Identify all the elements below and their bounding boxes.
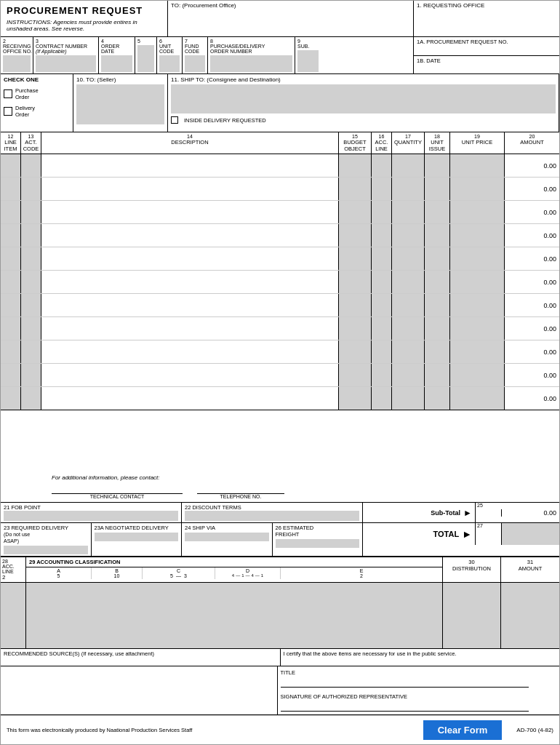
lr6-col17[interactable]: [392, 271, 425, 293]
lr2-desc[interactable]: [41, 178, 339, 200]
lr2-col18[interactable]: [425, 178, 450, 200]
lr3-col18[interactable]: [425, 201, 450, 223]
lr11-desc[interactable]: [41, 387, 339, 410]
lr2-col12[interactable]: [1, 178, 21, 200]
negotiated-delivery-input[interactable]: [95, 533, 179, 541]
lr4-col12[interactable]: [1, 224, 21, 247]
telephone-input[interactable]: [197, 484, 284, 494]
lr2-col16[interactable]: [372, 178, 392, 200]
lr7-col17[interactable]: [392, 294, 425, 316]
total-value[interactable]: [501, 523, 559, 545]
acc-data-class[interactable]: [26, 583, 443, 648]
field-4-input[interactable]: [101, 55, 132, 72]
ship-via-input[interactable]: [185, 533, 269, 541]
discount-input[interactable]: [185, 511, 359, 521]
lr3-col13[interactable]: [21, 201, 41, 223]
title-input[interactable]: [281, 676, 529, 688]
lr7-col18[interactable]: [425, 294, 450, 316]
lr3-col17[interactable]: [392, 201, 425, 223]
delivery-order-checkbox[interactable]: [4, 107, 12, 116]
lr8-col16[interactable]: [372, 317, 392, 340]
lr6-col13[interactable]: [21, 271, 41, 293]
lr3-col16[interactable]: [372, 201, 392, 223]
purchase-order-checkbox[interactable]: [4, 89, 12, 98]
lr3-desc[interactable]: [41, 201, 339, 223]
lr1-col17[interactable]: [392, 154, 425, 177]
lr3-col12[interactable]: [1, 201, 21, 223]
lr11-col18[interactable]: [425, 387, 450, 410]
lr4-col15[interactable]: [339, 224, 372, 247]
lr3-col19[interactable]: [450, 201, 505, 223]
lr3-col15[interactable]: [339, 201, 372, 223]
lr5-col18[interactable]: [425, 247, 450, 270]
lr11-col19[interactable]: [450, 387, 505, 410]
lr4-col16[interactable]: [372, 224, 392, 247]
field-7-input[interactable]: [185, 55, 205, 72]
lr10-col15[interactable]: [339, 364, 372, 386]
field-8-input[interactable]: [210, 55, 292, 72]
lr1-col13[interactable]: [21, 154, 41, 177]
lr4-col18[interactable]: [425, 224, 450, 247]
lr5-col19[interactable]: [450, 247, 505, 270]
inside-delivery-checkbox[interactable]: [171, 116, 178, 124]
lr6-desc[interactable]: [41, 271, 339, 293]
lr6-col18[interactable]: [425, 271, 450, 293]
lr4-desc[interactable]: [41, 224, 339, 247]
lr9-col16[interactable]: [372, 340, 392, 363]
acc-data-dist[interactable]: [443, 583, 501, 648]
lr9-col19[interactable]: [450, 340, 505, 363]
lr11-col17[interactable]: [392, 387, 425, 410]
lr1-col19[interactable]: [450, 154, 505, 177]
lr10-col18[interactable]: [425, 364, 450, 386]
lr7-col12[interactable]: [1, 294, 21, 316]
lr4-col17[interactable]: [392, 224, 425, 247]
seller-input[interactable]: [76, 84, 164, 124]
lr1-col12[interactable]: [1, 154, 21, 177]
lr8-col12[interactable]: [1, 317, 21, 340]
lr10-col13[interactable]: [21, 364, 41, 386]
lr7-col13[interactable]: [21, 294, 41, 316]
lr11-col13[interactable]: [21, 387, 41, 410]
estimated-freight-input[interactable]: [276, 539, 360, 548]
lr7-col15[interactable]: [339, 294, 372, 316]
lr8-col17[interactable]: [392, 317, 425, 340]
lr7-col19[interactable]: [450, 294, 505, 316]
signature-input[interactable]: [281, 700, 529, 712]
lr1-col15[interactable]: [339, 154, 372, 177]
lr5-col17[interactable]: [392, 247, 425, 270]
acc-data-amount[interactable]: [501, 583, 559, 648]
lr5-col16[interactable]: [372, 247, 392, 270]
lr4-col13[interactable]: [21, 224, 41, 247]
ship-to-input[interactable]: [171, 84, 556, 113]
field-6-input[interactable]: [159, 55, 180, 72]
lr11-col12[interactable]: [1, 387, 21, 410]
lr1-desc[interactable]: [41, 154, 339, 177]
field-9-input[interactable]: [297, 50, 319, 72]
technical-contact-input[interactable]: [52, 484, 183, 494]
acc-data-num[interactable]: [1, 583, 26, 648]
lr7-desc[interactable]: [41, 294, 339, 316]
field-2-input[interactable]: [3, 55, 31, 72]
lr4-col19[interactable]: [450, 224, 505, 247]
clear-form-button[interactable]: Clear Form: [423, 720, 503, 740]
lr1-col18[interactable]: [425, 154, 450, 177]
lr11-col15[interactable]: [339, 387, 372, 410]
lr8-col13[interactable]: [21, 317, 41, 340]
lr9-col13[interactable]: [21, 340, 41, 363]
lr10-desc[interactable]: [41, 364, 339, 386]
lr10-col17[interactable]: [392, 364, 425, 386]
lr7-col16[interactable]: [372, 294, 392, 316]
lr2-col15[interactable]: [339, 178, 372, 200]
field-5-input[interactable]: [137, 45, 154, 72]
lr6-col12[interactable]: [1, 271, 21, 293]
lr10-col16[interactable]: [372, 364, 392, 386]
lr1-col16[interactable]: [372, 154, 392, 177]
lr5-desc[interactable]: [41, 247, 339, 270]
lr8-desc[interactable]: [41, 317, 339, 340]
lr9-col12[interactable]: [1, 340, 21, 363]
lr9-col17[interactable]: [392, 340, 425, 363]
lr2-col19[interactable]: [450, 178, 505, 200]
lr10-col19[interactable]: [450, 364, 505, 386]
fob-input[interactable]: [4, 511, 178, 521]
lr5-col13[interactable]: [21, 247, 41, 270]
